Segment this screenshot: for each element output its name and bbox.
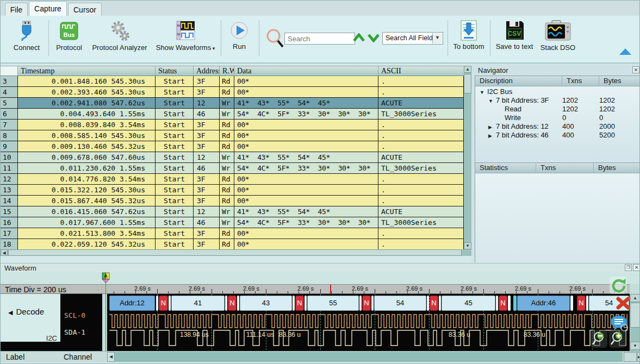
col-ascii[interactable]: ASCII [378,66,464,76]
channel-sda-label[interactable]: SDA-1 [64,328,85,336]
table-row[interactable]: 90.009.130.460 545.32usStart3FRd00*. [1,141,464,152]
close-icon[interactable]: ✕ [633,264,640,271]
decode-gap[interactable] [371,296,374,311]
table-row[interactable]: 180.022.059.120 545.32usStart3FRd00*. [1,239,464,250]
decode-nack-box[interactable]: N [430,296,438,311]
table-row[interactable]: 150.016.415.060 547.62usStart12Wr41* 43*… [1,206,464,217]
decode-gap[interactable] [427,296,429,311]
table-row[interactable]: 50.002.941.080 547.62usStart12Wr41* 43* … [1,98,464,109]
collapse-triangle-icon[interactable]: ◀ [8,309,13,316]
navigator-tree-row[interactable]: ▼7 bit Address: 3F12021202 [475,96,639,105]
stack-dso-button[interactable]: Stack DSO [539,20,577,52]
table-row[interactable]: 70.008.039.840 3.54msStart3FRd00*. [1,120,464,130]
decode-nack-box[interactable]: N [362,296,371,311]
search-next-icon[interactable] [368,33,380,42]
dropdown-arrow-icon[interactable]: ▼ [432,33,442,43]
restore-icon[interactable]: ❐ [625,264,632,271]
table-row[interactable]: 130.015.322.120 545.30usStart3FRd00*. [1,185,464,196]
waveform-scroll-corner[interactable] [624,352,637,362]
table-vscroll-thumb[interactable] [464,74,471,93]
waveform-cursor-strip[interactable] [1,272,640,284]
scroll-down-icon[interactable]: ▼ [464,242,471,249]
tree-expanded-icon[interactable]: ▼ [488,97,496,105]
refresh-icon[interactable] [610,277,627,294]
to-bottom-button[interactable]: To bottom [451,20,487,51]
decode-gap[interactable] [570,296,573,311]
table-row[interactable]: 140.015.867.440 545.32usStart3FRd00*. [1,196,464,206]
collapse-toolbar-icon[interactable] [619,48,631,55]
decode-nack-box[interactable]: N [577,296,586,311]
table-row[interactable]: 40.002.393.460 545.30usStart3FRd00*. [1,87,464,98]
search-input[interactable] [284,33,355,45]
decode-gap[interactable] [169,296,171,311]
tree-collapsed-icon[interactable]: ▶ [488,131,496,140]
tab-capture[interactable]: Capture [29,1,67,16]
col-rw[interactable]: R.W [220,66,234,76]
protocol-analyzer-button[interactable]: Protocol Analyzer [89,20,151,52]
scroll-up-icon[interactable]: ▲ [464,66,471,73]
table-row[interactable]: 110.011.230.620 1.55msStart46Wr54* 4C* 5… [1,163,464,174]
channel-scl-label[interactable]: SCL-0 [64,311,85,319]
decode-nack-box[interactable]: N [159,296,168,311]
decode-address-box[interactable]: Addr:46 [517,296,570,311]
table-row[interactable]: 100.009.678.060 547.60usStart12Wr41* 43*… [1,152,464,163]
navigator-tree-row[interactable]: ▶7 bit Address: 124002000 [475,122,639,131]
table-row[interactable]: 160.017.967.600 1.55msStart46Wr54* 4C* 5… [1,217,464,228]
decode-gap[interactable] [508,296,511,311]
connect-button[interactable]: Connect [8,20,45,52]
decode-gap[interactable] [586,296,588,311]
decode-gap[interactable] [496,296,498,311]
statistics-col-bytes[interactable]: Bytes [594,163,639,173]
zoom-in-button[interactable] [609,330,626,348]
navigator-col-description[interactable]: Discription [475,76,562,86]
col-status[interactable]: Status [156,66,194,76]
table-row[interactable]: 170.021.513.800 3.54msStart3FRd00*. [1,228,464,239]
decode-data-box[interactable]: 45 [442,296,495,311]
tab-file[interactable]: File [5,3,28,16]
table-row[interactable]: 80.008.585.140 545.30usStart3FRd00*. [1,130,464,141]
save-to-text-button[interactable]: CSV Save to text [493,20,536,51]
table-hscroll-thumb[interactable] [8,249,462,256]
tree-collapsed-icon[interactable]: ▶ [488,123,496,131]
delete-x-icon[interactable] [616,296,631,310]
cursor-a-marker[interactable]: A [102,272,110,284]
decode-nack-box[interactable]: N [499,296,507,311]
decode-gap[interactable] [439,296,441,311]
tree-expanded-icon[interactable]: ▼ [480,88,487,96]
navigator-col-txns[interactable]: Txns [562,76,599,86]
search-field-dropdown[interactable]: Search All Field ▼ [382,32,443,45]
zoom-out-button[interactable] [591,330,607,348]
scroll-up-icon[interactable]: ▲ [630,294,640,302]
decode-gap[interactable] [156,296,158,311]
decode-gap[interactable] [237,296,239,311]
decode-gap[interactable] [293,296,295,311]
navigator-tree-row[interactable]: ▶7 bit Address: 464005200 [475,131,639,140]
navigator-tree-row[interactable]: Write00 [475,114,639,122]
decode-gap[interactable] [225,296,227,311]
navigator-col-bytes[interactable]: Bytes [599,76,639,86]
decode-nack-box[interactable]: N [228,296,237,311]
decode-label-pane[interactable]: ◀Decode I2C [1,294,60,342]
statistics-col-txns[interactable]: Txns [536,163,594,173]
decode-gap[interactable] [359,296,362,311]
tab-cursor[interactable]: Cursor [68,3,102,16]
scroll-down-icon[interactable]: ▼ [630,342,640,350]
table-row[interactable]: 60.004.493.640 1.55msStart46Wr54* 4C* 5F… [1,109,464,120]
statistics-col-name[interactable]: Statistics [475,163,536,173]
protocol-button[interactable]: Bus Protocol [53,20,85,52]
table-row[interactable]: 120.014.776.820 3.54msStart3FRd00*. [1,174,464,185]
waveform-hscrollbar[interactable] [115,352,623,362]
decode-nack-box[interactable]: N [295,296,304,311]
show-waveforms-button[interactable]: w w Show Waveforms ▾ [154,20,217,52]
decode-data-box[interactable]: 41 [171,296,225,311]
close-icon[interactable]: ✕ [632,66,639,73]
col-data[interactable]: Data [234,66,378,76]
run-button[interactable]: Run [225,21,254,51]
col-timestamp[interactable]: Timestamp [18,66,156,76]
waveform-time-ruler[interactable]: Time Div = 200 us 2.69 s2.69 s2.69 s2.69… [1,284,630,294]
pane-collapse-icon[interactable]: ◀ [107,352,115,362]
decode-row-label[interactable]: ◀Decode [8,307,44,316]
waveform-vscroll-thumb[interactable] [630,303,640,328]
scroll-left-icon[interactable]: ◀ [1,249,8,256]
decode-stop-marker[interactable] [513,296,517,311]
